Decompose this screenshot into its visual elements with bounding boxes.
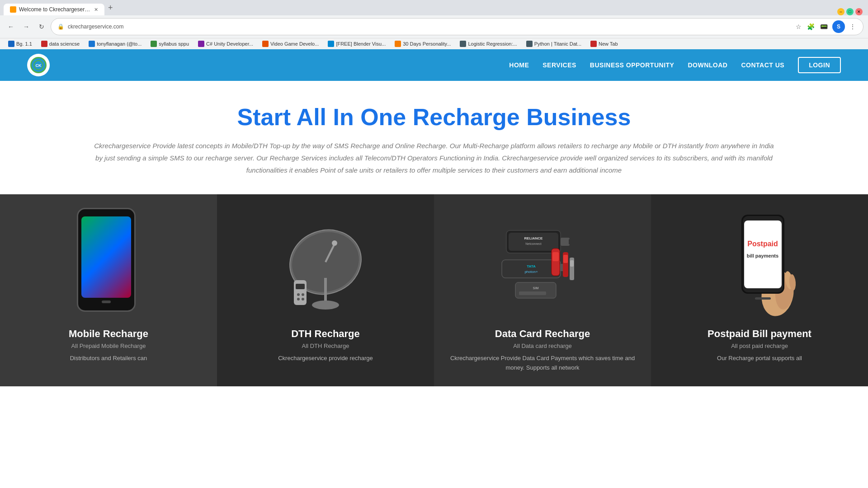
bookmark-personality[interactable]: 30 Days Personality... (391, 40, 454, 48)
bookmark-icon-personality (395, 41, 401, 47)
back-button[interactable]: ← (5, 20, 17, 33)
nav-download[interactable]: DOWNLOAD (688, 61, 727, 69)
nav-services[interactable]: SERVICES (542, 61, 576, 69)
bookmark-label-personality: 30 Days Personality... (403, 41, 451, 47)
svg-point-5 (332, 240, 337, 246)
svg-point-11 (302, 293, 304, 296)
bookmarks-bar: Bg. 1.1 data sciencse tonyflanagan (@to.… (0, 38, 868, 49)
bookmark-logistic[interactable]: Logistic Regression:... (456, 40, 520, 48)
bookmark-icon-tony (89, 41, 95, 47)
dth-service-desc: Ckrechargeservice provide recharge (278, 354, 373, 363)
bookmark-unity[interactable]: C# Unity Developer... (194, 40, 257, 48)
bookmark-bg[interactable]: Bg. 1.1 (5, 40, 36, 48)
datacard-service-title: Data Card Recharge (495, 328, 590, 340)
maximize-button[interactable]: □ (846, 8, 854, 15)
svg-point-10 (297, 293, 300, 296)
ck-logo-svg: CK (33, 60, 44, 70)
new-tab-button[interactable]: + (104, 0, 117, 15)
secure-icon: 🔒 (57, 23, 64, 30)
hero-section: Start All In One Recharge Business Ckrec… (0, 81, 868, 194)
dth-svg-illustration (280, 208, 371, 316)
nav-business[interactable]: BUSINESS OPPORTUNITY (590, 61, 675, 69)
tab-title: Welcome to Ckrechargeservice (19, 6, 91, 13)
cast-button[interactable]: 📟 (819, 22, 829, 31)
svg-point-12 (297, 298, 300, 300)
bookmark-label-videogame: Video Game Develo... (270, 41, 319, 47)
svg-text:RELIANCE: RELIANCE (524, 236, 543, 240)
svg-text:SIM: SIM (533, 286, 539, 290)
bookmark-label-blender: [FREE] Blender Visu... (336, 41, 386, 47)
bookmark-syllabus[interactable]: syllabus sppu (147, 40, 193, 48)
menu-button[interactable]: ⋮ (849, 22, 857, 31)
bookmark-blender[interactable]: [FREE] Blender Visu... (324, 40, 389, 48)
active-tab[interactable]: Welcome to Ckrechargeservice ✕ (4, 4, 104, 15)
url-text[interactable]: ckrechargeservice.com (68, 23, 123, 30)
service-card-postpaid: Postpaid bill payments Postpaid Bill pay… (651, 194, 868, 386)
site-logo[interactable]: CK (27, 54, 50, 76)
svg-rect-18 (561, 238, 570, 246)
bookmark-icon-syllabus (151, 41, 157, 47)
mobile-image-area (9, 203, 208, 321)
svg-rect-29 (570, 260, 574, 267)
svg-point-7 (312, 300, 339, 310)
nav-contact[interactable]: CONTACT US (741, 61, 784, 69)
svg-text:bill payments: bill payments (747, 253, 778, 258)
bookmark-videogame[interactable]: Video Game Develo... (259, 40, 322, 48)
bookmark-star-button[interactable]: ☆ (795, 22, 802, 31)
svg-rect-15 (509, 233, 558, 251)
postpaid-service-desc: Our Recharge portal supports all (717, 354, 802, 363)
site-header: CK HOME SERVICES BUSINESS OPPORTUNITY DO… (0, 49, 868, 81)
service-card-mobile: Mobile Recharge All Prepaid Mobile Recha… (0, 194, 217, 386)
service-card-dth: DTH Recharge All DTH Recharge Ckrecharge… (217, 194, 434, 386)
bookmark-newtab[interactable]: New Tab (587, 40, 622, 48)
profile-avatar[interactable]: S (832, 20, 845, 33)
reload-button[interactable]: ↻ (35, 20, 48, 33)
bookmark-icon-logistic (460, 41, 466, 47)
bookmark-icon-python (526, 41, 533, 47)
dth-service-subtitle: All DTH Recharge (302, 343, 349, 349)
datacard-service-subtitle: All Data card recharge (513, 343, 571, 349)
mobile-service-title: Mobile Recharge (69, 328, 148, 340)
svg-rect-19 (569, 239, 575, 244)
tab-close-button[interactable]: ✕ (94, 7, 98, 13)
datacard-svg-illustration: RELIANCE Netconnect TATA photon+ (493, 212, 592, 312)
bookmark-label-python: Python | Titanic Dat... (534, 41, 581, 47)
extensions-button[interactable]: 🧩 (806, 22, 816, 31)
svg-text:Netconnect: Netconnect (525, 242, 541, 245)
svg-rect-25 (552, 252, 559, 261)
bookmark-label-logistic: Logistic Regression:... (468, 41, 517, 47)
tab-bar: Welcome to Ckrechargeservice ✕ + – □ ✕ (0, 0, 868, 15)
bookmark-python[interactable]: Python | Titanic Dat... (523, 40, 585, 48)
services-grid: Mobile Recharge All Prepaid Mobile Recha… (0, 194, 868, 386)
login-button[interactable]: LOGIN (798, 57, 841, 73)
main-nav: HOME SERVICES BUSINESS OPPORTUNITY DOWNL… (509, 57, 841, 73)
bookmark-tony[interactable]: tonyflanagan (@to... (85, 40, 145, 48)
postpaid-service-subtitle: All post paid recharge (731, 343, 788, 349)
bookmark-data[interactable]: data sciencse (38, 40, 83, 48)
bookmark-icon-newtab (590, 41, 597, 47)
svg-point-13 (302, 298, 304, 300)
svg-text:photon+: photon+ (524, 270, 538, 274)
datacard-service-desc: Ckrechargeservice Provide Data Card Paym… (443, 354, 642, 373)
svg-rect-32 (519, 291, 546, 295)
logo-icon: CK (30, 57, 47, 73)
bookmark-label-unity: C# Unity Developer... (206, 41, 253, 47)
minimize-button[interactable]: – (837, 8, 844, 15)
mobile-illustration (77, 208, 140, 316)
postpaid-service-title: Postpaid Bill payment (708, 328, 811, 340)
bookmark-label-bg: Bg. 1.1 (16, 41, 32, 47)
dth-service-title: DTH Recharge (291, 328, 360, 340)
bookmark-icon-bg (8, 41, 14, 47)
svg-rect-42 (755, 297, 771, 300)
address-bar[interactable]: 🔒 ckrechargeservice.com ☆ 🧩 📟 S ⋮ (51, 18, 863, 35)
close-button[interactable]: ✕ (855, 8, 863, 15)
browser-window: Welcome to Ckrechargeservice ✕ + – □ ✕ ←… (0, 0, 868, 49)
nav-home[interactable]: HOME (509, 61, 529, 69)
svg-text:TATA: TATA (527, 264, 536, 268)
address-icons: ☆ 🧩 📟 S ⋮ (795, 20, 857, 33)
tab-favicon (10, 6, 16, 13)
bookmark-icon-videogame (262, 41, 269, 47)
forward-button[interactable]: → (20, 20, 33, 33)
mobile-service-subtitle: All Prepaid Mobile Recharge (71, 343, 146, 349)
bookmark-label-tony: tonyflanagan (@to... (97, 41, 142, 47)
